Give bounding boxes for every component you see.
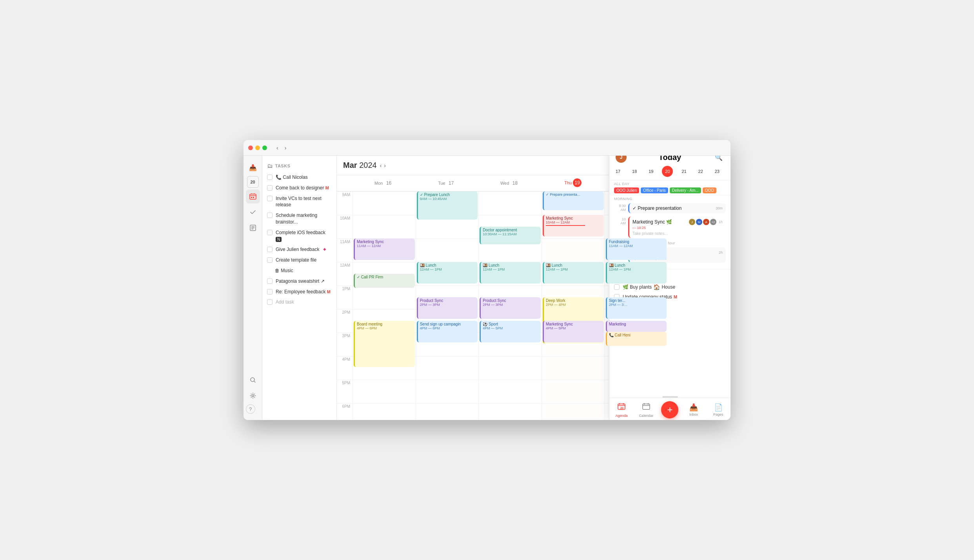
- prev-month-button[interactable]: ‹: [380, 162, 382, 169]
- task-checkbox[interactable]: [267, 213, 273, 218]
- event-product-sync-tue[interactable]: Product Sync 2PM — 3PM: [417, 297, 478, 319]
- task-label: Patagonia sweatshirt ↗: [276, 278, 325, 285]
- event-marketing-sync-thu2[interactable]: Marketing Sync 4PM — 5PM: [543, 321, 604, 342]
- task-checkbox[interactable]: [267, 196, 273, 201]
- task-item[interactable]: Re: Employee feedback M: [262, 287, 336, 297]
- task-checkbox[interactable]: [267, 175, 273, 180]
- next-month-button[interactable]: ›: [384, 162, 386, 169]
- event-duration: 1h: [719, 220, 723, 224]
- task-item[interactable]: Complete iOS feedback N: [262, 227, 336, 245]
- sidebar-bottom: ?: [246, 373, 260, 420]
- event-lunch-wed[interactable]: 🍱 Lunch 12AM — 1PM: [480, 262, 541, 284]
- chip-delivery[interactable]: Delivery - Am...: [670, 187, 701, 193]
- event-call-heni[interactable]: 📞 Call Heni: [606, 332, 667, 346]
- event-card-marketing[interactable]: Marketing Sync 🌿 J M A +2 1h — 10:25 Tak…: [628, 216, 726, 238]
- mini-day-23[interactable]: 23: [712, 166, 723, 177]
- close-button[interactable]: [248, 145, 253, 150]
- chip-office-paris[interactable]: Office - Paris: [641, 187, 668, 193]
- event-lunch-fri[interactable]: 🍱 Lunch 12AM — 1PM: [606, 262, 667, 284]
- agenda-icon: 20: [617, 402, 626, 413]
- mini-day-17[interactable]: 17: [612, 166, 623, 177]
- nav-pages[interactable]: 📄 Pages: [709, 403, 728, 416]
- day-col-wed[interactable]: Doctor appointment 10:30AM — 11:15AM 🍱 L…: [478, 191, 542, 420]
- task-checkbox[interactable]: [267, 278, 273, 284]
- check-icon[interactable]: [246, 205, 260, 219]
- mini-day-20[interactable]: 20: [662, 166, 673, 177]
- task-item[interactable]: Invite VCs to test next release: [262, 193, 336, 211]
- calendar-badge-icon[interactable]: 20: [247, 176, 259, 188]
- mini-day-22[interactable]: 22: [695, 166, 706, 177]
- mini-day-19[interactable]: 19: [645, 166, 656, 177]
- task-item[interactable]: Patagonia sweatshirt ↗: [262, 276, 336, 287]
- notes-placeholder[interactable]: Take private notes...: [632, 231, 723, 236]
- avatar-3: A: [703, 219, 709, 225]
- app-window: ‹ › 📥 20: [244, 140, 730, 420]
- task-label: Come back to designer M: [276, 185, 329, 191]
- day-col-thu[interactable]: ✓ Prepare presenta... Marketing Sync 10A…: [542, 191, 605, 420]
- mini-calendar: 17 18 19 20 21 22 23: [609, 166, 730, 180]
- task-give-julien-feedback[interactable]: Give Julien feedback ✦: [262, 244, 336, 255]
- nav-calendar[interactable]: Calendar: [637, 402, 656, 418]
- task-item[interactable]: Create template file: [262, 255, 336, 265]
- svg-rect-18: [643, 404, 650, 409]
- nav-agenda[interactable]: 20 Agenda: [612, 402, 631, 418]
- task-checkbox[interactable]: [267, 185, 273, 191]
- mini-day-21[interactable]: 21: [679, 166, 690, 177]
- event-sport[interactable]: ⚽ Sport 4PM — 5PM: [480, 321, 541, 342]
- task-label: Create template file: [276, 257, 316, 264]
- event-call-pr-firm[interactable]: ✓ Call PR Firm: [354, 274, 415, 288]
- day-col-tue[interactable]: ✓ Prepare Lunch 9AM — 10:45AM 🍱 Lunch 12…: [416, 191, 479, 420]
- task-item[interactable]: 📞 Call Nicolas: [262, 172, 336, 183]
- task-item-subtask[interactable]: 🗑 Music: [262, 265, 336, 276]
- month-title: Mar 2024: [343, 161, 377, 170]
- mobile-event-prepare[interactable]: 9:30AM ✓ Prepare presentation 30m: [614, 203, 726, 213]
- forward-arrow[interactable]: ›: [283, 144, 288, 152]
- svg-rect-20: [644, 403, 645, 405]
- chip-ooo-julien[interactable]: OOO Julien: [614, 187, 639, 193]
- avatar-more: +2: [710, 219, 716, 225]
- event-product-sync-wed[interactable]: Product Sync 2PM — 3PM: [480, 297, 541, 319]
- task-checkbox[interactable]: [267, 257, 273, 263]
- event-board-meeting[interactable]: Board meeting 4PM — 6PM: [354, 321, 415, 367]
- event-prepare-presentation[interactable]: ✓ Prepare presenta...: [543, 191, 604, 210]
- back-arrow[interactable]: ‹: [275, 144, 280, 152]
- task-checkbox-empty: [267, 299, 273, 305]
- event-fundraising[interactable]: Fundraising 11AM — 12AM: [606, 238, 667, 260]
- task-checkbox[interactable]: [267, 247, 273, 252]
- settings-icon[interactable]: [246, 389, 260, 403]
- event-sign-term[interactable]: Sign ter... 2PM — 3:...: [606, 297, 667, 319]
- inbox-icon[interactable]: 📥: [246, 160, 260, 175]
- nav-inbox[interactable]: 📥 Inbox: [684, 403, 703, 416]
- minimize-button[interactable]: [255, 145, 260, 150]
- task-item[interactable]: Come back to designer M: [262, 183, 336, 193]
- all-day-label: ALL DAY: [614, 182, 726, 186]
- chip-ooo[interactable]: OOO: [703, 187, 716, 193]
- day-header-wed: Wed 18: [478, 175, 542, 191]
- maximize-button[interactable]: [262, 145, 267, 150]
- event-lunch-tue[interactable]: 🍱 Lunch 12AM — 1PM: [417, 262, 478, 284]
- event-doctor[interactable]: Doctor appointment 10:30AM — 11:15AM: [480, 227, 541, 244]
- event-marketing-sync-thu[interactable]: Marketing Sync 10AM — 12AM: [543, 215, 604, 236]
- event-prepare-lunch[interactable]: ✓ Prepare Lunch 9AM — 10:45AM: [417, 191, 478, 220]
- mini-day-18[interactable]: 18: [629, 166, 640, 177]
- add-task-button[interactable]: Add task: [262, 297, 336, 307]
- mobile-event-marketing[interactable]: 10AM Marketing Sync 🌿 J M A +2 1h — 10:2…: [614, 216, 726, 238]
- search-icon[interactable]: [246, 373, 260, 387]
- task-checkbox[interactable]: [267, 289, 273, 295]
- traffic-lights: [248, 145, 267, 150]
- task-checkbox[interactable]: [614, 284, 620, 290]
- event-card-prepare[interactable]: ✓ Prepare presentation 30m: [628, 203, 726, 213]
- event-marketing-fri[interactable]: Marketing: [606, 321, 667, 332]
- event-marketing-sync-mon[interactable]: Marketing Sync 11AM — 12AM: [354, 238, 415, 260]
- task-label: Invite VCs to test next release: [276, 195, 332, 209]
- notes-icon[interactable]: [246, 221, 260, 235]
- event-send-sign-up[interactable]: Send sign up campagin 4PM — 6PM: [417, 321, 478, 342]
- fab-add-button[interactable]: +: [661, 401, 678, 418]
- event-duration: 30m: [716, 206, 723, 210]
- task-item[interactable]: Schedule marketing brainstor...: [262, 210, 336, 227]
- day-col-mon[interactable]: Marketing Sync 11AM — 12AM ✓ Call PR Fir…: [353, 191, 416, 420]
- task-checkbox[interactable]: [267, 230, 273, 235]
- event-lunch-thu[interactable]: 🍱 Lunch 12AM — 1PM: [543, 262, 604, 284]
- calendar-grid-icon[interactable]: [246, 189, 260, 204]
- help-icon[interactable]: ?: [246, 404, 255, 414]
